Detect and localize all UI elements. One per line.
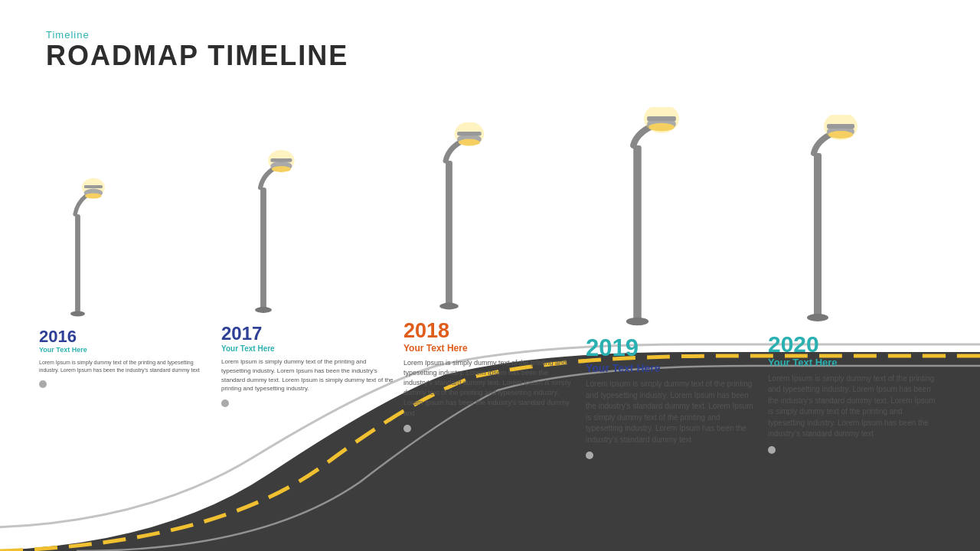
svg-point-19 — [626, 318, 648, 326]
lamp-svg-2017 — [221, 149, 305, 318]
svg-point-13 — [439, 303, 459, 310]
connector-dot-2019 — [586, 452, 593, 459]
svg-rect-23 — [647, 116, 676, 121]
lamp-svg-2020 — [768, 115, 867, 325]
subtitle-2018: Your Text Here — [403, 343, 577, 355]
year-2019: 2019 — [586, 335, 759, 361]
year-2020: 2020 — [768, 331, 941, 357]
timeline-item-2018: 2018Your Text HereLorem Ipsum is simply … — [399, 107, 581, 432]
body-2016: Lorem Ipsum is simply dummy text of the … — [39, 359, 212, 374]
year-2016: 2016 — [39, 328, 212, 346]
svg-point-22 — [648, 123, 675, 132]
svg-point-28 — [828, 131, 853, 139]
svg-point-7 — [255, 307, 272, 313]
body-2020: Lorem Ipsum is simply dummy text of the … — [768, 373, 941, 440]
lamp-svg-2016 — [39, 176, 116, 321]
svg-rect-11 — [270, 158, 292, 162]
timeline-item-2020: 2020Your Text HereLorem Ipsum is simply … — [763, 107, 946, 454]
subtitle-2016: Your Text Here — [39, 346, 212, 355]
subtitle-2017: Your Text Here — [221, 344, 394, 354]
svg-point-25 — [807, 314, 828, 321]
lamp-svg-2018 — [403, 122, 495, 314]
subtitle-2020: Your Text Here — [768, 357, 941, 370]
year-2018: 2018 — [403, 320, 577, 343]
svg-rect-18 — [633, 145, 642, 321]
connector-dot-2018 — [403, 425, 411, 432]
year-2017: 2017 — [221, 324, 394, 344]
body-2019: Lorem Ipsum is simply dummy text of the … — [586, 379, 759, 445]
body-2018: Lorem Ipsum is simply dummy text of the … — [403, 358, 577, 418]
svg-rect-12 — [446, 161, 452, 306]
svg-rect-5 — [84, 185, 103, 188]
connector-dot-2017 — [221, 399, 229, 407]
svg-rect-24 — [814, 153, 822, 318]
svg-point-16 — [459, 139, 480, 146]
svg-rect-17 — [457, 132, 482, 135]
timeline-container: 2016Your Text HereLorem Ipsum is simply … — [0, 107, 980, 459]
body-2017: Lorem Ipsum is simply dummy text of the … — [221, 357, 394, 393]
svg-point-10 — [272, 166, 291, 172]
subtitle-2019: Your Text Here — [586, 361, 759, 375]
timeline-item-2017: 2017Your Text HereLorem Ipsum is simply … — [217, 107, 399, 407]
timeline-item-2019: 2019Your Text HereLorem Ipsum is simply … — [581, 107, 763, 459]
svg-point-4 — [85, 194, 102, 199]
lamp-svg-2019 — [586, 107, 689, 329]
svg-rect-6 — [260, 187, 266, 310]
svg-rect-0 — [75, 214, 80, 314]
connector-dot-2016 — [39, 380, 47, 388]
timeline-item-2016: 2016Your Text HereLorem Ipsum is simply … — [34, 107, 217, 388]
connector-dot-2020 — [768, 446, 776, 454]
svg-rect-29 — [827, 124, 854, 129]
svg-point-1 — [70, 311, 85, 317]
